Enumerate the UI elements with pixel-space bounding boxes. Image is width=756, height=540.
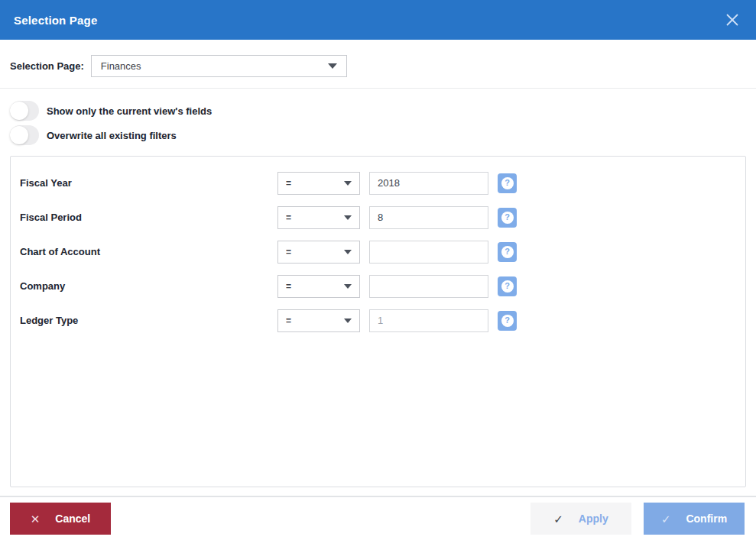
filter-row: Ledger Type = ? <box>11 303 745 338</box>
operator-dropdown[interactable]: = <box>277 206 360 229</box>
operator-value: = <box>286 247 344 257</box>
toggle-row-1[interactable]: Overwrite all existing filters <box>10 125 746 145</box>
help-button[interactable]: ? <box>498 311 517 331</box>
chevron-down-icon <box>344 250 352 254</box>
confirm-button[interactable]: ✓ Confirm <box>644 503 745 535</box>
check-icon: ✓ <box>553 513 563 525</box>
filter-value-input[interactable] <box>369 172 488 195</box>
filter-row: Company = ? <box>11 269 745 303</box>
question-icon: ? <box>501 315 514 327</box>
help-button[interactable]: ? <box>498 173 517 193</box>
operator-value: = <box>286 212 344 223</box>
chevron-down-icon <box>344 181 352 186</box>
dialog-header: Selection Page <box>0 0 756 40</box>
cancel-button-label: Cancel <box>55 513 90 525</box>
chevron-down-icon <box>344 284 352 289</box>
operator-dropdown[interactable]: = <box>277 309 360 332</box>
help-button[interactable]: ? <box>498 242 517 262</box>
toggle-knob <box>10 126 28 144</box>
chevron-down-icon <box>344 215 352 220</box>
filter-value-input[interactable] <box>369 241 488 264</box>
question-icon: ? <box>501 280 514 293</box>
filter-row: Fiscal Period = ? <box>11 200 745 234</box>
filter-row: Chart of Account = ? <box>11 234 745 269</box>
toggle-switch[interactable] <box>10 125 39 145</box>
toggle-label: Overwrite all existing filters <box>47 130 177 141</box>
filter-label: Company <box>20 280 277 292</box>
help-button[interactable]: ? <box>498 276 517 296</box>
page-selector-label: Selection Page: <box>10 60 84 72</box>
filter-value-input[interactable] <box>369 206 488 229</box>
dialog-title: Selection Page <box>14 14 98 27</box>
operator-value: = <box>286 281 344 292</box>
chevron-down-icon <box>344 319 352 323</box>
filter-panel: Fiscal Year = ? Fiscal Period = ? Chart … <box>10 156 746 487</box>
filter-label: Fiscal Period <box>20 212 277 223</box>
page-selector-dropdown[interactable]: Finances <box>91 55 347 77</box>
filter-label: Fiscal Year <box>20 177 277 189</box>
filter-row: Fiscal Year = ? <box>11 166 745 200</box>
question-icon: ? <box>501 246 514 258</box>
filter-label: Chart of Account <box>20 246 277 257</box>
check-icon: ✓ <box>661 513 671 525</box>
page-selector-row: Selection Page: Finances <box>0 40 756 77</box>
selection-page-dialog: Selection Page Selection Page: Finances … <box>0 0 756 540</box>
operator-value: = <box>286 178 344 189</box>
toggle-label: Show only the current view's fields <box>47 105 212 117</box>
toggle-row-0[interactable]: Show only the current view's fields <box>10 101 746 121</box>
operator-dropdown[interactable]: = <box>277 241 360 264</box>
apply-button[interactable]: ✓ Apply <box>530 503 631 535</box>
cancel-button[interactable]: ✕ Cancel <box>10 503 111 535</box>
toggle-knob <box>10 102 28 120</box>
toggle-switch[interactable] <box>10 101 39 121</box>
operator-value: = <box>286 315 344 326</box>
confirm-button-label: Confirm <box>686 513 727 525</box>
close-icon[interactable] <box>722 10 742 30</box>
operator-dropdown[interactable]: = <box>277 275 360 298</box>
filter-value-input[interactable] <box>369 309 488 332</box>
toggle-section: Show only the current view's fields Over… <box>0 89 756 150</box>
question-icon: ? <box>501 212 514 224</box>
help-button[interactable]: ? <box>498 208 517 228</box>
filter-label: Ledger Type <box>20 315 277 326</box>
operator-dropdown[interactable]: = <box>277 172 360 195</box>
page-selector-value: Finances <box>101 60 328 72</box>
question-icon: ? <box>501 177 514 189</box>
dialog-footer: ✕ Cancel ✓ Apply ✓ Confirm <box>0 497 756 540</box>
apply-button-label: Apply <box>579 513 608 525</box>
close-icon: ✕ <box>31 513 41 525</box>
chevron-down-icon <box>328 63 337 69</box>
filter-value-input[interactable] <box>369 275 488 298</box>
